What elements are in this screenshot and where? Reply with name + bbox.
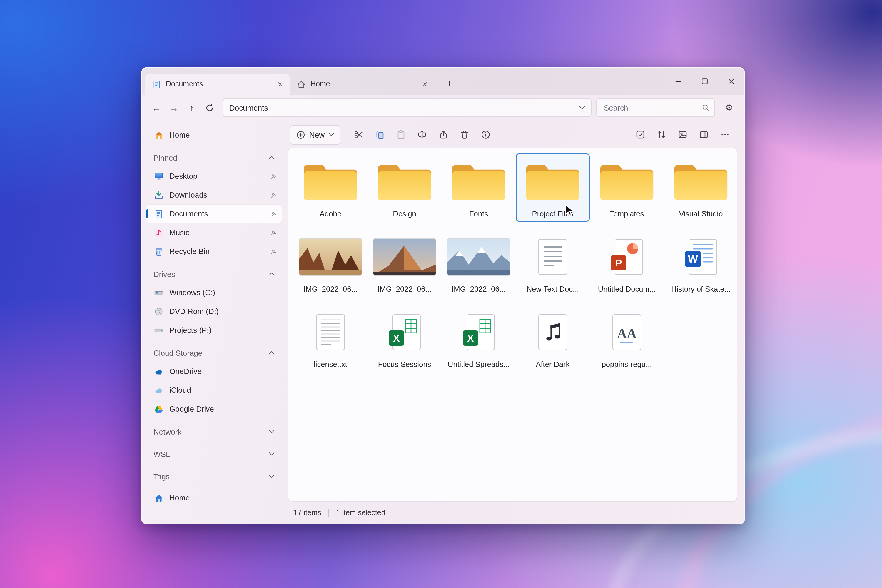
- sidebar-item-downloads[interactable]: Downloads: [146, 186, 282, 204]
- sidebar-section-tags[interactable]: Tags: [146, 468, 282, 485]
- windows-drive-icon: [153, 288, 164, 297]
- file-name: IMG_2022_06...: [452, 285, 506, 293]
- search-input[interactable]: [603, 103, 702, 112]
- file-item[interactable]: After Dark: [516, 304, 590, 372]
- file-item[interactable]: license.txt: [293, 304, 368, 372]
- share-button[interactable]: [434, 126, 453, 144]
- file-item[interactable]: Visual Studio: [664, 153, 737, 222]
- svg-text:AA: AA: [617, 326, 636, 341]
- sidebar-section-pinned[interactable]: Pinned: [146, 149, 282, 166]
- file-name: poppins-regu...: [602, 360, 652, 369]
- sidebar-item-home[interactable]: Home: [146, 126, 282, 144]
- select-toggle-button[interactable]: [630, 126, 650, 144]
- sidebar-item-music[interactable]: Music: [146, 224, 282, 242]
- file-list-panel: Adobe Design Fonts: [288, 148, 737, 502]
- sidebar-item-desktop[interactable]: Desktop: [146, 167, 282, 185]
- onedrive-icon: [153, 367, 164, 376]
- sidebar-section-wsl[interactable]: WSL: [146, 445, 282, 463]
- file-item[interactable]: P Untitled Docum...: [590, 229, 664, 297]
- address-text: Documents: [230, 103, 268, 112]
- projects-drive-icon: [153, 326, 164, 335]
- file-item[interactable]: New Text Doc...: [516, 229, 590, 297]
- sidebar-item-windows-c[interactable]: Windows (C:): [146, 284, 282, 302]
- sidebar-item-onedrive[interactable]: OneDrive: [146, 362, 282, 380]
- sidebar-item-icloud[interactable]: iCloud: [146, 381, 282, 399]
- tab-close-icon[interactable]: [274, 79, 285, 89]
- sidebar-section-network[interactable]: Network: [146, 423, 282, 440]
- up-button[interactable]: ↑: [183, 99, 201, 116]
- sidebar-item-home-folder[interactable]: Home: [146, 489, 282, 507]
- section-label: Network: [153, 427, 182, 436]
- desktop-wallpaper: Documents Home +: [0, 0, 882, 588]
- file-item[interactable]: X Focus Sessions: [368, 304, 442, 372]
- paste-button[interactable]: [391, 126, 411, 144]
- sidebar-item-projects-p[interactable]: Projects (P:): [146, 321, 282, 339]
- folder-icon: [452, 156, 506, 208]
- sort-button[interactable]: [651, 126, 672, 144]
- chevron-down-icon[interactable]: [579, 106, 585, 110]
- svg-text:X: X: [393, 333, 400, 344]
- file-name: Templates: [610, 209, 644, 218]
- file-item[interactable]: X Untitled Spreads...: [442, 304, 516, 372]
- icloud-icon: [153, 386, 164, 395]
- file-name: New Text Doc...: [526, 285, 579, 293]
- sidebar: Home Pinned Desktop: [142, 120, 286, 524]
- back-button[interactable]: ←: [148, 99, 165, 116]
- copy-button[interactable]: [370, 126, 390, 144]
- sidebar-item-google-drive[interactable]: Google Drive: [146, 400, 282, 418]
- pin-icon: [270, 172, 277, 180]
- file-item[interactable]: Fonts: [442, 153, 516, 222]
- home-folder-icon: [153, 493, 164, 502]
- documents-icon: [153, 209, 164, 219]
- sidebar-item-recycle-bin[interactable]: Recycle Bin: [146, 242, 282, 261]
- svg-text:P: P: [615, 257, 622, 268]
- file-item[interactable]: IMG_2022_06...: [442, 229, 516, 297]
- address-bar[interactable]: Documents: [223, 98, 591, 117]
- sidebar-item-label: OneDrive: [170, 367, 277, 376]
- chevron-up-icon: [269, 351, 274, 355]
- dvd-drive-icon: [153, 307, 164, 316]
- chevron-down-icon: [269, 474, 274, 478]
- rename-button[interactable]: [412, 126, 432, 144]
- preview-pane-button[interactable]: [694, 126, 714, 144]
- cut-button[interactable]: [349, 126, 369, 144]
- info-button[interactable]: [476, 126, 496, 144]
- sidebar-item-label: iCloud: [170, 386, 277, 394]
- file-item[interactable]: W History of Skate...: [664, 229, 737, 297]
- maximize-button[interactable]: [692, 68, 718, 94]
- delete-button[interactable]: [454, 126, 474, 144]
- new-tab-button[interactable]: +: [440, 75, 458, 92]
- svg-text:X: X: [467, 333, 474, 344]
- file-name: After Dark: [536, 360, 570, 369]
- refresh-button[interactable]: [201, 99, 218, 116]
- file-item[interactable]: Design: [368, 153, 442, 222]
- forward-button[interactable]: →: [165, 99, 183, 116]
- new-button-label: New: [309, 130, 325, 139]
- sidebar-item-documents[interactable]: Documents: [146, 205, 282, 223]
- file-item[interactable]: IMG_2022_06...: [293, 229, 368, 297]
- tab-close-icon[interactable]: [419, 79, 430, 89]
- pin-icon: [270, 248, 277, 255]
- file-item[interactable]: AA poppins-regu...: [590, 304, 664, 372]
- sidebar-section-cloud-storage[interactable]: Cloud Storage: [146, 344, 282, 362]
- tab-documents[interactable]: Documents: [145, 74, 290, 94]
- file-name: Focus Sessions: [378, 360, 431, 369]
- file-item-selected[interactable]: Project Files: [516, 153, 590, 222]
- settings-gear-icon[interactable]: ⚙: [720, 98, 738, 117]
- sidebar-section-drives[interactable]: Drives: [146, 265, 282, 283]
- font-file-icon: AA: [612, 306, 642, 358]
- sidebar-item-dvd-d[interactable]: DVD Rom (D:): [146, 302, 282, 321]
- minimize-button[interactable]: [665, 68, 692, 94]
- file-item[interactable]: Adobe: [293, 153, 368, 222]
- file-item[interactable]: IMG_2022_06...: [368, 229, 442, 297]
- chevron-down-icon: [269, 430, 274, 434]
- close-button[interactable]: [718, 68, 744, 94]
- tab-home[interactable]: Home: [290, 74, 435, 94]
- new-button[interactable]: New: [290, 125, 340, 144]
- file-item[interactable]: Templates: [590, 153, 664, 222]
- file-name: Fonts: [469, 209, 488, 218]
- more-options-button[interactable]: [715, 126, 735, 144]
- gallery-view-button[interactable]: [673, 126, 693, 144]
- sidebar-item-label: Projects (P:): [170, 326, 277, 334]
- document-icon: [152, 80, 161, 88]
